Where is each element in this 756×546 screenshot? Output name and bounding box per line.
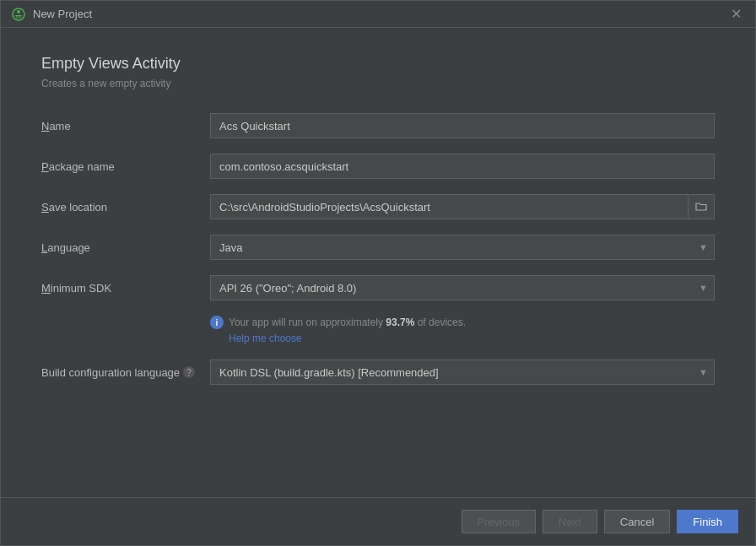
android-studio-logo-icon [11, 7, 26, 22]
build-config-label-text: Build configuration language [41, 366, 180, 379]
devices-percentage: 93.7% [386, 316, 414, 328]
cancel-button[interactable]: Cancel [604, 510, 670, 533]
save-location-field [210, 194, 715, 219]
name-row: Name [41, 113, 715, 138]
svg-rect-3 [17, 17, 19, 19]
svg-point-1 [17, 10, 20, 14]
build-config-label-with-icon: Build configuration language ? [41, 366, 210, 379]
new-project-dialog: New Project ✕ Empty Views Activity Creat… [0, 0, 756, 546]
svg-rect-2 [15, 15, 22, 17]
titlebar-left: New Project [11, 7, 92, 22]
language-select-wrapper: Java Kotlin ▼ [210, 235, 715, 260]
dialog-content: Empty Views Activity Creates a new empty… [1, 28, 755, 497]
build-config-row: Build configuration language ? Kotlin DS… [41, 359, 715, 385]
package-name-input[interactable] [210, 154, 715, 179]
browse-folder-button[interactable] [688, 194, 715, 219]
name-label: Name [41, 120, 210, 132]
package-name-row: Package name [41, 154, 715, 179]
build-config-help-icon[interactable]: ? [183, 366, 195, 378]
minimum-sdk-row: Minimum SDK API 26 ("Oreo"; Android 8.0)… [41, 275, 715, 300]
language-label: Language [41, 241, 210, 254]
help-me-choose-link[interactable]: Help me choose [229, 332, 715, 344]
language-select[interactable]: Java Kotlin [210, 235, 715, 260]
minimum-sdk-label: Minimum SDK [41, 282, 210, 295]
save-location-label: Save location [41, 201, 210, 214]
previous-button[interactable]: Previous [462, 510, 537, 533]
svg-rect-4 [19, 17, 21, 19]
titlebar: New Project ✕ [1, 1, 755, 28]
build-config-select-wrapper: Kotlin DSL (build.gradle.kts) [Recommend… [210, 359, 715, 385]
info-line: i Your app will run on approximately 93.… [210, 316, 715, 329]
name-input[interactable] [210, 113, 715, 138]
dialog-title: New Project [33, 8, 92, 20]
language-row: Language Java Kotlin ▼ [41, 235, 715, 260]
close-button[interactable]: ✕ [727, 6, 745, 23]
info-text: Your app will run on approximately 93.7%… [229, 316, 466, 328]
footer: Previous Next Cancel Finish [1, 497, 755, 545]
finish-button[interactable]: Finish [677, 510, 738, 533]
folder-icon [695, 202, 707, 212]
info-box: i Your app will run on approximately 93.… [210, 316, 715, 344]
build-config-label: Build configuration language ? [41, 366, 210, 379]
save-location-row: Save location [41, 194, 715, 219]
minimum-sdk-select[interactable]: API 26 ("Oreo"; Android 8.0) API 21 ("Lo… [210, 275, 715, 300]
section-title: Empty Views Activity [41, 55, 715, 73]
build-config-select[interactable]: Kotlin DSL (build.gradle.kts) [Recommend… [210, 359, 715, 385]
package-name-label: Package name [41, 160, 210, 173]
save-location-input[interactable] [210, 194, 688, 219]
section-subtitle: Creates a new empty activity [41, 78, 715, 89]
info-icon: i [210, 316, 224, 329]
next-button[interactable]: Next [543, 510, 597, 533]
minimum-sdk-select-wrapper: API 26 ("Oreo"; Android 8.0) API 21 ("Lo… [210, 275, 715, 300]
